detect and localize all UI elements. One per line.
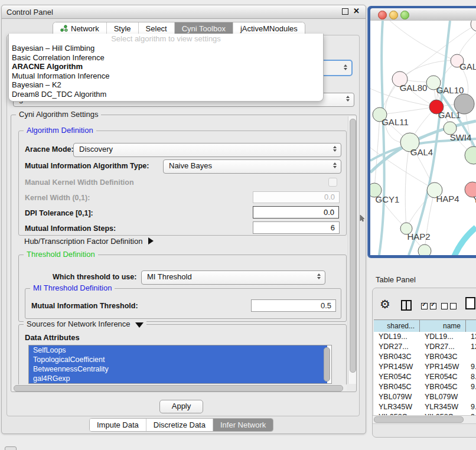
gear-icon[interactable]: ⚙	[380, 297, 390, 311]
tab-jactivemnodules[interactable]: jActiveMNodules	[233, 22, 305, 35]
zoom-traffic-light[interactable]	[400, 11, 409, 19]
algorithm-option[interactable]: Bayesian – Hill Climbing	[9, 44, 323, 53]
column-header[interactable]: A	[466, 320, 476, 332]
tab-label: Cyni Toolbox	[182, 24, 226, 33]
node-label: HAP4	[436, 194, 459, 204]
dpi-tolerance-field[interactable]: 0.0	[253, 206, 339, 219]
network-graph[interactable]: GALGAL80GAL10GAL1GAL11SWI4GAL4GCY1HAP4YH…	[370, 21, 476, 255]
close-icon[interactable]: ✕	[353, 8, 360, 15]
minimize-traffic-light[interactable]	[389, 11, 398, 19]
sources-group-title[interactable]: Sources for Network Inference	[24, 319, 146, 328]
tab-label: Network	[71, 24, 99, 33]
mi-steps-field[interactable]: 6	[253, 221, 340, 234]
table-cell: YBR043C	[374, 352, 420, 362]
tab-network[interactable]: Network	[53, 22, 107, 35]
hub-section-toggle[interactable]: Hub/Transcription Factor Definition	[24, 237, 154, 246]
table-cell: YBL079W	[420, 392, 466, 402]
attribute-item[interactable]: TopologicalCoefficient	[29, 355, 327, 364]
node-table: shared...nameA YDL19...YDL19...13YDR27..…	[374, 319, 476, 333]
algorithm-option[interactable]: Basic Correlation Inference	[9, 53, 323, 63]
tab-impute-data[interactable]: Impute Data	[90, 419, 146, 431]
settings-horizontal-scrollbar[interactable]	[12, 384, 347, 391]
data-attributes-list[interactable]: SelfLoopsTopologicalCoefficientBetweenne…	[28, 345, 332, 384]
algorithm-definition-title: Algorithm Definition	[24, 126, 96, 135]
table-hscroll-thumb[interactable]	[374, 416, 464, 423]
attribute-item[interactable]: gal4RGexp	[29, 374, 327, 383]
network-node[interactable]	[418, 244, 431, 255]
table-cell: YDR27...	[374, 342, 420, 352]
table-panel: ⚙ shared...nameA YDL19...YDL19...13YDR27…	[372, 288, 476, 438]
settings-vscroll-thumb[interactable]	[350, 119, 356, 373]
table-row[interactable]: YBR043CYBR043C	[374, 352, 476, 362]
threshold-definition-group: Threshold Definition Which threshold to …	[18, 255, 347, 322]
column-header[interactable]: shared...	[374, 320, 420, 332]
table-cell: 9.	[466, 362, 476, 372]
tab-label: Discretize Data	[154, 420, 206, 429]
kernel-width-field[interactable]: 0.0	[253, 191, 340, 203]
table-row[interactable]: YLR345WYLR345W9.	[374, 402, 476, 412]
algorithm-option[interactable]: ARACNE Algorithm	[9, 62, 323, 71]
algorithm-option[interactable]: Dream8 DC_TDC Algorithm	[9, 90, 323, 99]
network-window-titlebar[interactable]	[370, 8, 476, 21]
table-horizontal-scrollbar[interactable]	[373, 415, 476, 424]
select-all-columns-icon[interactable]	[421, 303, 436, 309]
attribute-item[interactable]: SelfLoops	[29, 345, 327, 355]
collapse-arrow-icon	[135, 322, 144, 328]
manual-kernel-checkbox[interactable]	[328, 178, 337, 187]
panel-title: Control Panel	[2, 8, 53, 17]
algorithm-dropdown-list: Bayesian – Hill ClimbingBasic Correlatio…	[9, 44, 323, 99]
which-threshold-combobox[interactable]: MI Threshold	[141, 270, 325, 285]
network-node[interactable]	[471, 21, 476, 31]
list-scrollbar-thumb[interactable]	[324, 347, 330, 381]
data-attributes-label: Data Attributes	[25, 333, 80, 342]
tab-cyni-toolbox[interactable]: Cyni Toolbox	[175, 22, 233, 35]
table-cell: YER054C	[374, 372, 420, 382]
split-columns-icon[interactable]	[401, 300, 412, 311]
tab-label: Impute Data	[97, 420, 139, 429]
settings-vertical-scrollbar[interactable]	[348, 116, 356, 384]
close-traffic-light[interactable]	[378, 11, 387, 19]
node-label: GCY1	[376, 194, 400, 204]
mi-threshold-definition-group: MI Threshold Definition Mutual Informati…	[25, 288, 341, 319]
apply-button[interactable]: Apply	[159, 400, 203, 413]
table-row[interactable]: YDL19...YDL19...13	[374, 332, 476, 342]
table-cell: YER054C	[420, 372, 466, 382]
mi-type-value: Naive Bayes	[169, 161, 212, 170]
float-panel-icon[interactable]	[342, 8, 348, 15]
minimized-panel-box[interactable]	[5, 446, 17, 450]
new-table-icon[interactable]	[465, 297, 475, 309]
unselect-all-columns-icon[interactable]	[441, 303, 457, 309]
table-row[interactable]: YBL079WYBL079W	[374, 392, 476, 402]
table-panel-title: Table Panel	[376, 275, 416, 284]
node-label: GAL4	[410, 147, 433, 157]
table-row[interactable]: YDR27...YDR27...12	[374, 342, 476, 352]
tab-select[interactable]: Select	[139, 22, 175, 35]
tab-style[interactable]: Style	[107, 22, 139, 35]
tab-infer-network[interactable]: Infer Network	[213, 419, 273, 431]
table-cell: YPR145W	[420, 362, 466, 372]
top-tabbar: NetworkStyleSelectCyni ToolboxjActiveMNo…	[53, 22, 305, 35]
table-cell: YBL079W	[374, 392, 420, 402]
attribute-item[interactable]: BetweennessCentrality	[29, 364, 327, 374]
network-node[interactable]	[454, 94, 474, 114]
column-header[interactable]: name	[420, 320, 466, 332]
mi-type-combobox[interactable]: Naive Bayes	[163, 159, 341, 174]
table-cell: YLR345W	[420, 402, 466, 412]
algorithm-option[interactable]: Bayesian – K2	[9, 80, 323, 90]
table-body: YDL19...YDL19...13YDR27...YDR27...12YBR0…	[374, 332, 476, 415]
algorithm-option[interactable]: Mutual Information Inference	[9, 71, 323, 81]
settings-hscroll-thumb[interactable]	[14, 385, 343, 392]
tab-discretize-data[interactable]: Discretize Data	[146, 419, 213, 431]
tab-label: Infer Network	[220, 420, 266, 429]
table-cell: YBR045C	[420, 382, 466, 392]
mi-threshold-field[interactable]: 0.5	[251, 299, 336, 312]
tab-label: Select	[146, 24, 167, 33]
aracne-mode-combobox[interactable]: Discovery	[73, 143, 341, 157]
table-row[interactable]: YPR145WYPR145W9.	[374, 362, 476, 372]
table-row[interactable]: YBR045CYBR045C9.	[374, 382, 476, 392]
kernel-width-label: Kernel Width (0,1):	[25, 194, 90, 202]
algorithm-definition-group: Algorithm Definition Aracne Mode: Discov…	[18, 131, 347, 236]
control-panel-titlebar[interactable]: Control Panel ✕	[2, 5, 366, 19]
dpi-tolerance-label: DPI Tolerance [0,1]:	[25, 209, 93, 217]
table-row[interactable]: YER054CYER054C8.	[374, 372, 476, 382]
